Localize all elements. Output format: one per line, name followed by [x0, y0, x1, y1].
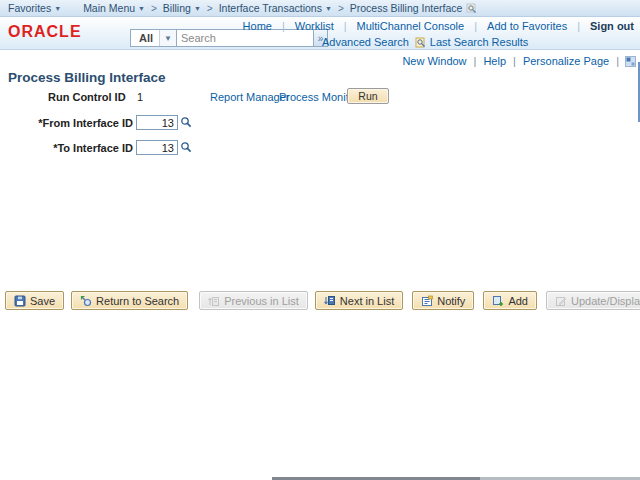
nav-multichannel-console-link[interactable]: MultiChannel Console — [347, 20, 475, 32]
page-bar: New Window | Help | Personalize Page | — [395, 55, 636, 67]
application-window: Favorites ▼ Main Menu ▼ > Billing ▼ > In… — [0, 0, 640, 480]
breadcrumb-favorites-menu[interactable]: Favorites ▼ — [8, 2, 61, 14]
advanced-search-link[interactable]: Advanced Search — [322, 36, 409, 48]
notify-icon — [421, 295, 433, 307]
return-to-search-button-label: Return to Search — [96, 295, 179, 307]
previous-in-list-button-label: Previous in List — [224, 295, 299, 307]
breadcrumb: Favorites ▼ Main Menu ▼ > Billing ▼ > In… — [0, 0, 640, 17]
nav-add-to-favorites-link[interactable]: Add to Favorites — [477, 20, 577, 32]
add-button-label: Add — [508, 295, 528, 307]
breadcrumb-current-page: Process Billing Interface — [350, 2, 463, 14]
run-control-id-value: 1 — [137, 91, 143, 103]
save-button-label: Save — [30, 295, 55, 307]
breadcrumb-main-menu[interactable]: Main Menu ▼ — [83, 2, 145, 14]
from-interface-id-label: *From Interface ID — [0, 117, 133, 129]
action-toolbar: Save Return to Search Previous in List — [5, 291, 640, 310]
last-search-results-icon — [415, 37, 426, 48]
add-icon — [492, 295, 504, 307]
save-icon — [14, 295, 26, 307]
chevron-down-icon: ▼ — [54, 5, 61, 12]
breadcrumb-interface-transactions-label: Interface Transactions — [219, 2, 322, 14]
breadcrumb-interface-transactions[interactable]: Interface Transactions ▼ — [219, 2, 332, 14]
breadcrumb-search-icon[interactable] — [466, 3, 477, 14]
header-nav-links: Home | Worklist | MultiChannel Console |… — [233, 20, 634, 32]
save-button[interactable]: Save — [5, 291, 64, 310]
next-in-list-button-label: Next in List — [340, 295, 394, 307]
chevron-down-icon: ▼ — [194, 5, 201, 12]
header-bar: ORACLE All ▼ » Home | Worklist | MultiCh… — [0, 17, 640, 50]
previous-in-list-button: Previous in List — [199, 291, 308, 310]
next-in-list-icon — [324, 295, 336, 307]
nav-home-link[interactable]: Home — [233, 20, 282, 32]
to-interface-id-label: *To Interface ID — [0, 142, 133, 154]
search-scope-value: All — [131, 32, 159, 44]
breadcrumb-separator: > — [151, 3, 157, 14]
from-interface-id-input[interactable] — [136, 115, 178, 130]
advanced-search-row: Advanced Search Last Search Results — [322, 36, 528, 48]
breadcrumb-billing-label: Billing — [163, 2, 191, 14]
help-link[interactable]: Help — [476, 55, 513, 67]
breadcrumb-separator: > — [207, 3, 213, 14]
last-search-results-link[interactable]: Last Search Results — [415, 36, 528, 48]
run-control-id-label: Run Control ID — [48, 91, 126, 103]
from-interface-id-lookup-icon[interactable] — [180, 116, 192, 128]
return-to-search-button[interactable]: Return to Search — [71, 291, 188, 310]
breadcrumb-current-page-label: Process Billing Interface — [350, 2, 463, 14]
previous-in-list-icon — [208, 295, 220, 307]
link-separator: | — [616, 55, 619, 67]
page-title: Process Billing Interface — [8, 70, 166, 85]
notify-button-label: Notify — [437, 295, 465, 307]
search-scope-select[interactable]: All ▼ — [130, 29, 177, 47]
update-display-icon — [555, 295, 567, 307]
add-button[interactable]: Add — [483, 291, 537, 310]
new-window-link[interactable]: New Window — [395, 55, 473, 67]
chevron-down-icon: ▼ — [159, 30, 176, 46]
breadcrumb-billing[interactable]: Billing ▼ — [163, 2, 201, 14]
run-button[interactable]: Run — [347, 88, 389, 104]
to-interface-id-lookup-icon[interactable] — [180, 141, 192, 153]
oracle-logo: ORACLE — [8, 23, 82, 41]
breadcrumb-main-menu-label: Main Menu — [83, 2, 135, 14]
next-in-list-button[interactable]: Next in List — [315, 291, 403, 310]
to-interface-id-input[interactable] — [136, 140, 178, 155]
update-display-button: Update/Display — [546, 291, 640, 310]
last-search-results-label: Last Search Results — [430, 36, 528, 48]
personalize-page-link[interactable]: Personalize Page — [516, 55, 616, 67]
report-manager-link[interactable]: Report Manager — [210, 91, 290, 103]
breadcrumb-separator: > — [338, 3, 344, 14]
breadcrumb-favorites-label: Favorites — [8, 2, 51, 14]
copy-url-icon[interactable] — [625, 56, 636, 67]
chevron-down-icon: ▼ — [325, 5, 332, 12]
sign-out-link[interactable]: Sign out — [580, 20, 634, 32]
notify-button[interactable]: Notify — [412, 291, 474, 310]
chevron-down-icon: ▼ — [138, 5, 145, 12]
nav-worklist-link[interactable]: Worklist — [285, 20, 344, 32]
return-to-search-icon — [80, 295, 92, 307]
update-display-button-label: Update/Display — [571, 295, 640, 307]
